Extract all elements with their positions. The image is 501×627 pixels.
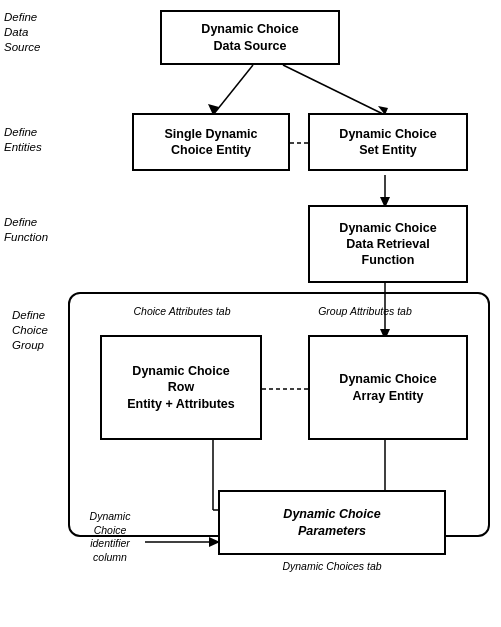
- define-choice-group-label: DefineChoiceGroup: [12, 308, 48, 353]
- dynamic-choice-parameters-box: Dynamic ChoiceParameters: [218, 490, 446, 555]
- svg-line-2: [283, 65, 385, 115]
- dynamic-choice-data-retrieval-function-box: Dynamic ChoiceData RetrievalFunction: [308, 205, 468, 283]
- define-function-label: DefineFunction: [4, 215, 48, 245]
- define-data-source-label: DefineDataSource: [4, 10, 84, 55]
- define-entities-label: DefineEntities: [4, 125, 42, 155]
- dynamic-choice-array-entity-box: Dynamic ChoiceArray Entity: [308, 335, 468, 440]
- single-dynamic-choice-entity-box: Single DynamicChoice Entity: [132, 113, 290, 171]
- group-attributes-tab-label: Group Attributes tab: [295, 305, 435, 317]
- dynamic-choices-tab-label: Dynamic Choices tab: [218, 560, 446, 572]
- dynamic-choice-set-entity-box: Dynamic ChoiceSet Entity: [308, 113, 468, 171]
- dynamic-choice-data-source-box: Dynamic ChoiceData Source: [160, 10, 340, 65]
- diagram: DefineDataSource DefineEntities DefineFu…: [0, 0, 501, 627]
- dynamic-choice-identifier-column-label: DynamicChoiceidentifiercolumn: [70, 510, 150, 565]
- dynamic-choice-row-entity-attributes-box: Dynamic ChoiceRowEntity + Attributes: [100, 335, 262, 440]
- choice-attributes-tab-label: Choice Attributes tab: [112, 305, 252, 317]
- svg-line-0: [213, 65, 253, 115]
